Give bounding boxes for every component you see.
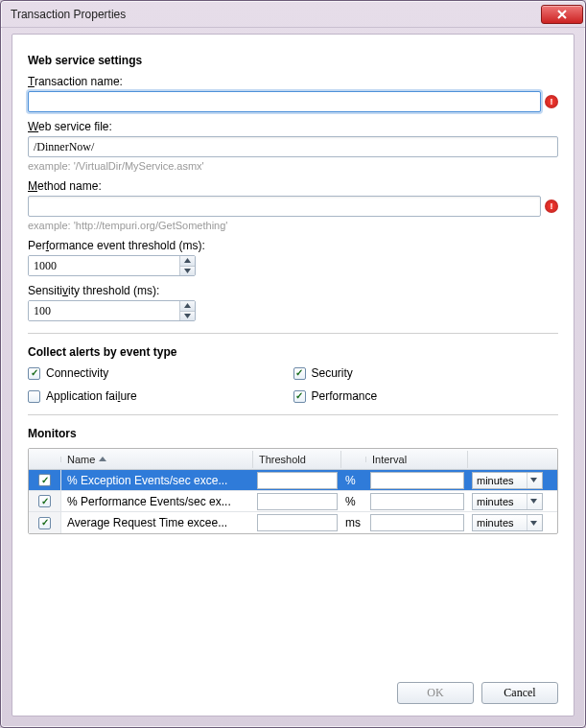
monitor-name: % Exception Events/sec exce... bbox=[61, 470, 253, 490]
checkbox-icon bbox=[28, 390, 40, 403]
dialog-window: Transaction Properties Web service setti… bbox=[0, 0, 586, 728]
connectivity-label: Connectivity bbox=[46, 366, 108, 380]
header-interval[interactable]: Interval bbox=[366, 451, 468, 468]
interval-cell[interactable] bbox=[366, 512, 468, 533]
performance-label: Performance bbox=[312, 389, 378, 403]
interval-spinner[interactable] bbox=[370, 472, 464, 489]
threshold-spinner[interactable] bbox=[257, 472, 338, 489]
app-failure-checkbox[interactable]: Application failure bbox=[28, 389, 293, 403]
transaction-name-label: Transaction name: bbox=[28, 75, 558, 88]
error-icon: ! bbox=[545, 200, 558, 213]
row-checkbox-cell[interactable] bbox=[29, 491, 61, 511]
close-button[interactable] bbox=[541, 5, 583, 24]
monitor-row[interactable]: % Performance Events/sec ex...%minutes bbox=[29, 491, 557, 512]
checkbox-icon bbox=[28, 367, 40, 380]
interval-unit-value: minutes bbox=[477, 517, 514, 528]
connectivity-checkbox[interactable]: Connectivity bbox=[28, 366, 293, 380]
interval-unit-combo[interactable]: minutes bbox=[472, 472, 543, 489]
monitors-header-row: Name Threshold Interval bbox=[29, 449, 557, 470]
web-service-file-input[interactable] bbox=[28, 136, 558, 157]
threshold-unit: % bbox=[341, 470, 366, 490]
separator bbox=[28, 414, 558, 415]
interval-unit-combo[interactable]: minutes bbox=[472, 514, 543, 531]
sens-threshold-spinner[interactable] bbox=[28, 300, 196, 321]
threshold-cell[interactable] bbox=[253, 491, 341, 511]
perf-threshold-input[interactable] bbox=[29, 256, 179, 275]
header-threshold[interactable]: Threshold bbox=[253, 451, 341, 468]
threshold-cell[interactable] bbox=[253, 470, 341, 490]
monitor-name: Average Request Time excee... bbox=[61, 512, 253, 533]
sens-threshold-input[interactable] bbox=[29, 301, 179, 320]
threshold-cell[interactable] bbox=[253, 512, 341, 533]
interval-spinner[interactable] bbox=[370, 493, 464, 510]
monitors-table: Name Threshold Interval % Exception Even… bbox=[28, 448, 558, 534]
monitor-name: % Performance Events/sec ex... bbox=[61, 491, 253, 511]
header-name[interactable]: Name bbox=[61, 451, 253, 468]
threshold-unit: ms bbox=[341, 512, 366, 533]
close-icon bbox=[557, 10, 567, 19]
interval-unit-value: minutes bbox=[477, 496, 514, 507]
checkbox-icon bbox=[38, 474, 51, 486]
header-threshold-label: Threshold bbox=[259, 454, 306, 465]
dialog-footer: OK Cancel bbox=[397, 682, 558, 704]
header-check[interactable] bbox=[29, 457, 61, 462]
security-checkbox[interactable]: Security bbox=[293, 366, 559, 380]
monitors-heading: Monitors bbox=[28, 427, 558, 440]
ok-button[interactable]: OK bbox=[397, 682, 474, 704]
web-service-settings-heading: Web service settings bbox=[28, 54, 558, 67]
checkbox-icon bbox=[38, 517, 51, 529]
checkbox-icon bbox=[293, 367, 306, 380]
spin-down-button[interactable] bbox=[180, 312, 195, 321]
row-checkbox-cell[interactable] bbox=[29, 470, 61, 490]
web-service-file-example: example: '/VirtualDir/MyService.asmx' bbox=[28, 160, 558, 172]
cancel-label: Cancel bbox=[504, 686, 535, 700]
threshold-spinner[interactable] bbox=[257, 514, 338, 531]
header-unit bbox=[341, 457, 366, 462]
window-title: Transaction Properties bbox=[11, 8, 541, 21]
monitor-row[interactable]: Average Request Time excee...msminutes bbox=[29, 512, 557, 533]
web-service-file-label: Web service file: bbox=[28, 120, 558, 133]
cancel-button[interactable]: Cancel bbox=[481, 682, 558, 704]
error-icon: ! bbox=[545, 95, 558, 108]
interval-unit-value: minutes bbox=[477, 475, 514, 486]
spin-down-button[interactable] bbox=[180, 267, 195, 276]
perf-threshold-label: Performance event threshold (ms): bbox=[28, 239, 558, 252]
client-area: Web service settings Transaction name: !… bbox=[12, 34, 574, 716]
interval-unit-combo[interactable]: minutes bbox=[472, 493, 543, 510]
spin-up-button[interactable] bbox=[180, 301, 195, 312]
interval-cell[interactable] bbox=[366, 491, 468, 511]
method-name-input[interactable] bbox=[28, 196, 541, 217]
row-checkbox-cell[interactable] bbox=[29, 512, 61, 533]
transaction-name-input[interactable] bbox=[28, 91, 541, 112]
checkbox-icon bbox=[38, 495, 51, 507]
method-name-label: Method name: bbox=[28, 179, 558, 193]
performance-checkbox[interactable]: Performance bbox=[293, 389, 559, 403]
perf-threshold-spinner[interactable] bbox=[28, 255, 196, 276]
app-failure-label: Application failure bbox=[46, 389, 137, 403]
sort-asc-icon bbox=[99, 454, 106, 465]
separator bbox=[28, 333, 558, 334]
interval-cell[interactable] bbox=[366, 470, 468, 490]
method-name-example: example: 'http://tempuri.org/GetSomethin… bbox=[28, 220, 558, 231]
spin-up-button[interactable] bbox=[180, 256, 195, 267]
interval-spinner[interactable] bbox=[370, 514, 464, 531]
security-label: Security bbox=[312, 366, 353, 380]
threshold-unit: % bbox=[341, 491, 366, 511]
header-name-label: Name bbox=[67, 454, 95, 465]
collect-alerts-heading: Collect alerts by event type bbox=[28, 345, 558, 359]
sens-threshold-label: Sensitivity threshold (ms): bbox=[28, 284, 558, 297]
chevron-down-icon bbox=[527, 473, 540, 488]
header-interval-unit bbox=[468, 457, 547, 462]
threshold-spinner[interactable] bbox=[257, 493, 338, 510]
monitor-row[interactable]: % Exception Events/sec exce...%minutes bbox=[29, 470, 557, 491]
interval-unit-cell[interactable]: minutes bbox=[468, 470, 547, 490]
interval-unit-cell[interactable]: minutes bbox=[468, 512, 547, 533]
titlebar: Transaction Properties bbox=[1, 1, 585, 28]
interval-unit-cell[interactable]: minutes bbox=[468, 491, 547, 511]
checkbox-icon bbox=[293, 390, 306, 403]
chevron-down-icon bbox=[527, 494, 540, 509]
ok-label: OK bbox=[427, 686, 443, 700]
chevron-down-icon bbox=[527, 515, 540, 530]
header-interval-label: Interval bbox=[372, 454, 407, 465]
